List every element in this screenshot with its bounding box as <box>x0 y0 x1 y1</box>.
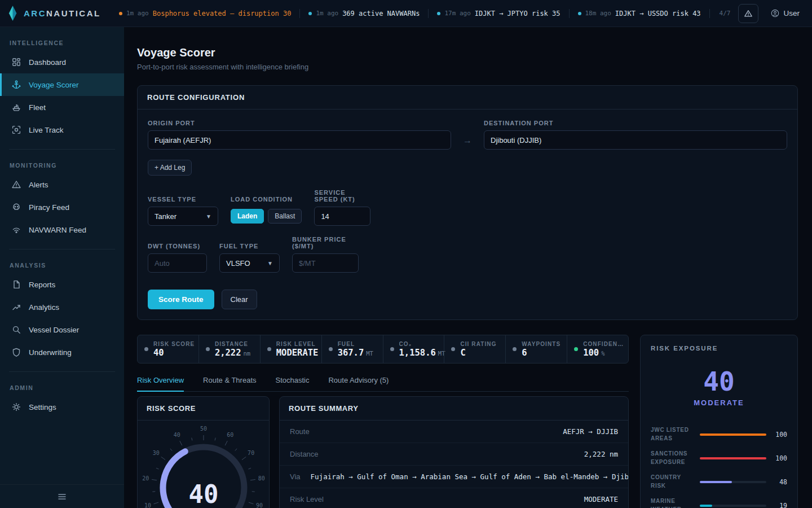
chevron-down-icon: ▼ <box>206 213 211 220</box>
tab-route-advisory[interactable]: Route Advisory (5) <box>328 376 389 391</box>
alerts-button[interactable] <box>738 4 758 23</box>
status-dot <box>513 347 517 351</box>
svg-text:10: 10 <box>144 502 151 508</box>
sidebar-item-label: Live Track <box>29 126 64 134</box>
ticker-item[interactable]: 18m ago IDJKT → USSDO risk 43 <box>570 10 709 17</box>
route-summary-panel: ROUTE SUMMARY Route AEFJR → DJJIB Distan… <box>279 396 629 508</box>
ticker-time: 17m ago <box>444 10 470 17</box>
sidebar-divider <box>9 149 115 150</box>
service-speed-input[interactable] <box>314 207 370 226</box>
sidebar-item-reports[interactable]: Reports <box>0 273 124 296</box>
summary-label: Route <box>290 427 310 436</box>
search-icon <box>11 325 21 335</box>
stat-value: 2,222nm <box>215 348 251 358</box>
stat-label: CO₂ <box>399 341 444 347</box>
risk-exposure-score: 40 <box>651 369 787 395</box>
ticker-item[interactable]: 1m ago Bosphorus elevated — disruption 3… <box>111 10 299 17</box>
sidebar-item-label: Analytics <box>29 303 59 312</box>
sidebar-divider <box>9 249 115 249</box>
exposure-bar-track <box>700 481 766 483</box>
risk-score-gauge: 010203040506070809010040MODERATEAEFJR → … <box>138 421 269 508</box>
sidebar-item-dashboard[interactable]: Dashboard <box>0 51 124 73</box>
dwt-input[interactable] <box>148 253 207 273</box>
load-condition-laden-chip[interactable]: Laden <box>231 209 264 224</box>
risk-score-panel: RISK SCORE 010203040506070809010040MODER… <box>137 396 270 508</box>
sidebar-item-label: Settings <box>29 403 56 411</box>
summary-value: MODERATE <box>584 495 618 503</box>
vessel-type-select[interactable]: Tanker ▼ <box>148 207 218 226</box>
tab-route-threats[interactable]: Route & Threats <box>203 376 256 391</box>
user-label: User <box>783 9 800 17</box>
sidebar-item-label: Fleet <box>29 103 46 112</box>
ticker-item[interactable]: 1m ago Suez Cana <box>710 10 717 17</box>
stat-co2: CO₂ 1,158.6MT <box>383 335 444 363</box>
ticker-text: IDJKT → JPTYO risk 35 <box>475 10 561 17</box>
sidebar-section-intelligence: INTELLIGENCE <box>10 40 124 46</box>
status-dot <box>390 347 394 351</box>
ticker-item[interactable]: 1m ago 369 active NAVWARNs <box>300 10 428 17</box>
sidebar-item-settings[interactable]: Settings <box>0 396 124 418</box>
exposure-bar-label: JWC LISTED AREAS <box>651 426 694 443</box>
clear-button[interactable]: Clear <box>222 290 257 309</box>
user-menu[interactable]: User <box>771 9 800 17</box>
fuel-type-select[interactable]: VLSFO ▼ <box>219 253 280 273</box>
score-route-button[interactable]: Score Route <box>148 290 214 309</box>
exposure-bar-label: MARINE WEATHER <box>651 497 694 508</box>
sidebar-item-piracy-feed[interactable]: Piracy Feed <box>0 196 124 218</box>
sidebar-collapse-button[interactable] <box>0 484 124 508</box>
user-icon <box>771 9 779 17</box>
summary-row-risk-level: Risk Level MODERATE <box>280 488 628 508</box>
risk-exposure-bars: JWC LISTED AREAS 100 SANCTIONS EXPOSURE … <box>651 426 787 508</box>
sidebar-item-live-track[interactable]: Live Track <box>0 119 124 141</box>
stat-fuel: FUEL 367.7MT <box>321 335 383 363</box>
origin-port-input[interactable] <box>148 130 451 150</box>
exposure-bar-track <box>700 457 766 459</box>
status-dot <box>144 347 148 351</box>
summary-value: 2,222 nm <box>584 450 618 458</box>
gear-icon <box>11 402 21 412</box>
tab-stochastic[interactable]: Stochastic <box>276 376 310 391</box>
ticker-dot <box>578 12 581 15</box>
radar-scan-icon <box>11 125 21 135</box>
svg-text:70: 70 <box>248 450 254 456</box>
sidebar-item-analytics[interactable]: Analytics <box>0 296 124 318</box>
status-dot <box>206 347 210 351</box>
sidebar-item-underwriting[interactable]: Underwriting <box>0 341 124 364</box>
signal-waves-icon <box>11 225 21 235</box>
vessel-type-value: Tanker <box>155 212 176 221</box>
add-leg-button[interactable]: + Add Leg <box>148 160 192 176</box>
exposure-bar-fill <box>700 481 732 483</box>
dashboard-icon <box>11 57 21 67</box>
service-speed-label: SERVICE SPEED (KT) <box>314 189 370 203</box>
logo-diamond-icon <box>8 5 17 21</box>
stat-value: 100% <box>583 348 628 358</box>
stat-label: RISK LEVEL <box>276 341 321 347</box>
ticker-item[interactable]: 17m ago IDJKT → JPTYO risk 35 <box>429 10 568 17</box>
origin-port-label: ORIGIN PORT <box>148 120 451 126</box>
sidebar-item-vessel-dossier[interactable]: Vessel Dossier <box>0 318 124 341</box>
exposure-bar-label: COUNTRY RISK <box>651 474 694 490</box>
status-dot <box>267 347 271 351</box>
sidebar-item-navwarn-feed[interactable]: NAVWARN Feed <box>0 218 124 241</box>
ticker-time: 1m ago <box>316 10 338 17</box>
tab-risk-overview[interactable]: Risk Overview <box>137 376 184 392</box>
ticker-dot <box>308 12 312 15</box>
exposure-bar-fill <box>700 433 766 436</box>
sidebar-item-voyage-scorer[interactable]: Voyage Scorer <box>0 73 124 96</box>
exposure-bar-jwc: JWC LISTED AREAS 100 <box>651 426 787 443</box>
ticker-text: Bosphorus elevated — disruption 30 <box>153 10 292 17</box>
ticker-text: IDJKT → USSDO risk 43 <box>615 10 701 17</box>
chevron-down-icon: ▼ <box>267 260 273 266</box>
brand: ARCNAUTICAL <box>8 5 111 21</box>
dwt-label: DWT (TONNES) <box>148 243 207 249</box>
sidebar-item-alerts[interactable]: Alerts <box>0 173 124 196</box>
sidebar-item-fleet[interactable]: Fleet <box>0 96 124 119</box>
destination-port-input[interactable] <box>484 130 787 150</box>
svg-text:50: 50 <box>200 426 206 432</box>
bunker-price-input[interactable] <box>292 253 359 273</box>
summary-label: Via <box>290 472 301 481</box>
load-condition-ballast-chip[interactable]: Ballast <box>268 209 302 224</box>
exposure-bar-value: 48 <box>773 478 787 486</box>
alert-triangle-icon <box>11 179 21 190</box>
anchor-icon <box>11 80 21 90</box>
